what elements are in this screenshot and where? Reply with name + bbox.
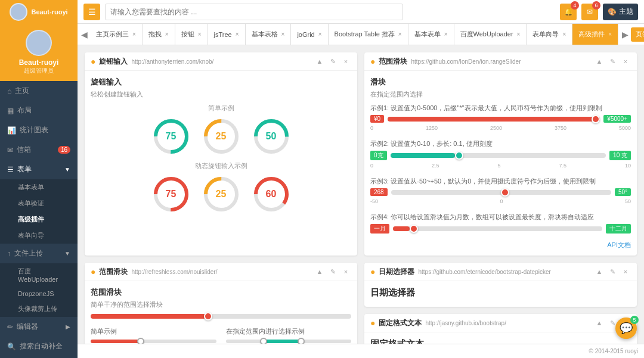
menu-toggle-btn[interactable]: ☰ <box>83 4 100 20</box>
range-handle-right-left[interactable] <box>260 338 267 344</box>
nav-prev-btn[interactable]: ◀ <box>79 30 90 39</box>
sidebar-sub-basic-form[interactable]: 基本表单 <box>0 179 78 195</box>
range-track-2[interactable] <box>391 153 606 158</box>
knob-50-teal: 50 <box>252 117 290 155</box>
nav-next-btn[interactable]: ▶ <box>620 30 631 39</box>
fixed-text-expand-btn[interactable]: ▲ <box>594 317 605 328</box>
range-handle-2[interactable] <box>455 151 463 160</box>
fixed-text-bullet: ● <box>370 318 375 328</box>
tab-close-icon[interactable]: × <box>165 31 169 38</box>
tab-advanced[interactable]: 高级插件 × <box>572 24 618 45</box>
tab-close-icon[interactable]: × <box>281 31 285 38</box>
tab-label: 主页示例三 <box>96 30 129 39</box>
datepicker-edit-btn[interactable]: ✎ <box>607 266 618 277</box>
sidebar-sub-wizard[interactable]: 表单向导 <box>0 228 78 244</box>
dyn-knob-circle-75[interactable]: 75 <box>152 175 190 213</box>
range-left-title-row: ● 范围滑块 http://refreshless.com/nouislider… <box>91 267 217 277</box>
knob-circle-75-teal[interactable]: 75 <box>152 117 190 155</box>
tab-jogrid[interactable]: joGrid × <box>291 24 328 45</box>
range-from-tag-2: 0克 <box>370 151 387 160</box>
range-track-3[interactable] <box>391 190 611 195</box>
range-right-edit-btn[interactable]: ✎ <box>607 56 618 67</box>
sidebar-item-editor[interactable]: ✏ 编辑器 ▶ <box>0 317 78 337</box>
range-handle-1-right[interactable] <box>592 115 600 123</box>
tab-jstree[interactable]: jsTree × <box>208 24 246 45</box>
fixed-text-title: 固定格式文本 <box>379 318 422 328</box>
knob-close-btn[interactable]: × <box>340 56 351 67</box>
datepicker-actions: ▲ ✎ × <box>594 266 631 277</box>
sidebar-sub-advanced[interactable]: 高级插件 <box>0 211 78 228</box>
tab-basic-form[interactable]: 基本表单 × <box>408 24 454 45</box>
tab-close-icon[interactable]: × <box>132 31 136 38</box>
search-input[interactable] <box>105 4 403 20</box>
fixed-text-body: 固定格式文本 <box>364 332 637 344</box>
range-left-url: http://refreshless.com/nouislider/ <box>131 269 217 275</box>
range-left-close-btn[interactable]: × <box>340 266 351 277</box>
simple-track-left[interactable] <box>91 340 216 343</box>
tab-home3[interactable]: 主页示例三 × <box>90 24 143 45</box>
range-fill-right <box>264 340 301 343</box>
tab-close-icon[interactable]: × <box>236 31 239 38</box>
range-handle-3[interactable] <box>501 188 509 197</box>
sidebar-item-autocomplete[interactable]: 🔍 搜索自动补全 <box>0 337 78 356</box>
range-right-close-btn[interactable]: × <box>620 56 631 67</box>
range-track-1[interactable] <box>388 117 600 122</box>
sidebar-sub-baidu[interactable]: 百度WebUploader <box>0 263 78 287</box>
sidebar-sub-dropzone[interactable]: DropzoneJS <box>0 287 78 301</box>
float-action-btn[interactable]: 💬 5 <box>615 317 637 339</box>
dyn-knob-circle-60[interactable]: 60 <box>252 175 290 213</box>
tab-label: Bootstrap Table 推荐 <box>335 30 395 39</box>
sidebar-sub-avatar[interactable]: 头像裁剪上传 <box>0 301 78 317</box>
sidebar-sub-validate[interactable]: 表单验证 <box>0 195 78 211</box>
knob-desc: 轻松创建旋钮输入 <box>91 90 351 99</box>
notification-btn[interactable]: 🔔 4 <box>560 4 577 20</box>
range-right-expand-btn[interactable]: ▲ <box>594 56 605 67</box>
datepicker-close-btn[interactable]: × <box>620 266 631 277</box>
simple-track-right[interactable] <box>226 340 352 343</box>
tab-close-icon[interactable]: × <box>444 31 448 38</box>
range-handle-right-right[interactable] <box>298 338 305 344</box>
tab-bootstrap-table[interactable]: Bootstrap Table 推荐 × <box>329 24 408 45</box>
sidebar-label-messages: 信箱 <box>17 145 31 155</box>
range-handle-4[interactable] <box>410 225 418 233</box>
range-track-4[interactable] <box>393 226 602 231</box>
sidebar-item-charts[interactable]: 📊 统计图表 <box>0 120 78 140</box>
theme-btn[interactable]: 🎨 主题 <box>603 4 638 20</box>
sidebar-item-home[interactable]: ⌂ 主页 <box>0 81 78 101</box>
message-btn[interactable]: ✉ 6 <box>581 4 598 20</box>
range-left-edit-btn[interactable]: ✎ <box>327 266 338 277</box>
api-link[interactable]: API文档 <box>607 241 631 248</box>
sidebar-menu: ⌂ 主页 ▦ 布局 📊 统计图表 ✉ 信箱 16 <box>0 81 78 358</box>
tab-close-icon[interactable]: × <box>198 31 202 38</box>
tab-close-icon[interactable]: × <box>398 31 402 38</box>
tab-button[interactable]: 按钮 × <box>175 24 208 45</box>
knob-circle-25[interactable]: 25 <box>202 117 240 155</box>
range-left-expand-btn[interactable]: ▲ <box>314 266 325 277</box>
range-from-tag-3: 268 <box>370 188 388 196</box>
notification-badge: 4 <box>571 1 579 10</box>
sidebar-item-messages[interactable]: ✉ 信箱 16 <box>0 140 78 160</box>
sidebar-item-fileupload[interactable]: ↑ 文件上传 ▼ <box>0 244 78 263</box>
upload-icon: ↑ <box>7 250 11 258</box>
tab-basic-table[interactable]: 基本表格 × <box>246 24 292 45</box>
sidebar-item-layout[interactable]: ▦ 布局 <box>0 101 78 120</box>
knob-edit-btn[interactable]: ✎ <box>327 56 338 67</box>
datepicker-expand-btn[interactable]: ▲ <box>594 266 605 277</box>
tab-webuploader[interactable]: 百度WebUploader × <box>454 24 527 45</box>
knob-expand-btn[interactable]: ▲ <box>314 56 325 67</box>
tab-close-icon[interactable]: × <box>318 31 322 38</box>
page-ops-btn[interactable]: 页签操作 ▼ <box>631 27 644 42</box>
tab-close-icon[interactable]: × <box>562 31 566 38</box>
dyn-knob-circle-25[interactable]: 25 <box>202 175 240 213</box>
tab-wizard[interactable]: 表单向导 × <box>527 24 572 45</box>
tab-close-icon[interactable]: × <box>517 31 521 38</box>
single-slider-track[interactable] <box>91 314 351 319</box>
range-left-desc: 简单干净的范围选择滑块 <box>91 300 351 309</box>
simple-handle-left[interactable] <box>137 338 144 344</box>
knob-circle-50[interactable]: 50 <box>252 117 290 155</box>
tab-close-active-icon[interactable]: × <box>608 31 612 38</box>
tab-drag[interactable]: 拖拽 × <box>143 24 175 45</box>
single-slider-handle[interactable] <box>204 312 212 320</box>
cards-grid: ● 旋钮输入 http://anthonyterrien.com/knob/ ▲… <box>85 52 637 344</box>
sidebar-item-table[interactable]: ☰ 表单 ▼ <box>0 160 78 179</box>
